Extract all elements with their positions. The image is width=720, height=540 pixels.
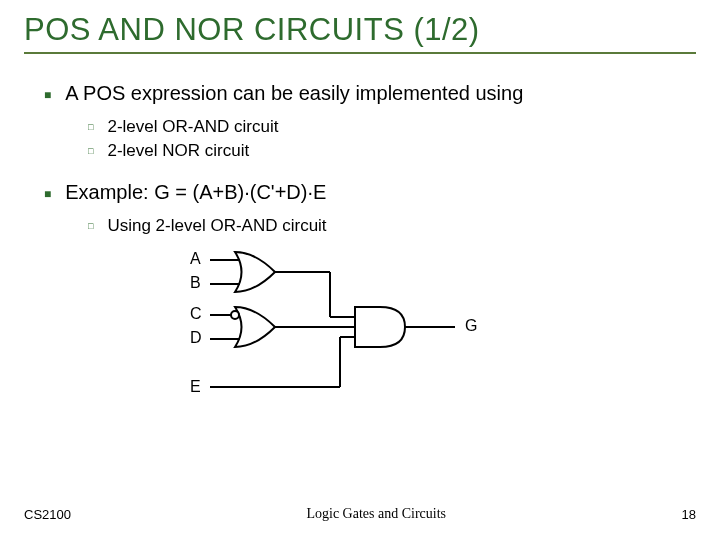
footer-lecture-title: Logic Gates and Circuits [71, 506, 682, 522]
bullet-level2: □ 2-level OR-AND circuit [88, 117, 696, 137]
bullet-square-icon: ■ [44, 187, 51, 201]
bullet-level1: ■ Example: G = (A+B)·(C'+D)·E [44, 181, 696, 204]
bullet-hollow-square-icon: □ [88, 221, 93, 231]
slide-title: POS AND NOR CIRCUITS (1/2) [24, 12, 696, 48]
footer: CS2100 Logic Gates and Circuits 18 [0, 506, 720, 522]
footer-page-number: 18 [682, 507, 696, 522]
label-b: B [190, 274, 201, 292]
bullet-level1: ■ A POS expression can be easily impleme… [44, 82, 696, 105]
bullet-level2: □ 2-level NOR circuit [88, 141, 696, 161]
bullet-level2: □ Using 2-level OR-AND circuit [88, 216, 696, 236]
title-rule [24, 52, 696, 54]
bullet-hollow-square-icon: □ [88, 146, 93, 156]
bullet-text: 2-level NOR circuit [107, 141, 249, 161]
svg-point-2 [231, 311, 239, 319]
footer-course-code: CS2100 [24, 507, 71, 522]
label-d: D [190, 329, 202, 347]
bullet-hollow-square-icon: □ [88, 122, 93, 132]
bullet-text: A POS expression can be easily implement… [65, 82, 523, 105]
circuit-diagram: A B C D E G [180, 242, 540, 422]
bullet-text: 2-level OR-AND circuit [107, 117, 278, 137]
label-c: C [190, 305, 202, 323]
bullet-square-icon: ■ [44, 88, 51, 102]
label-g: G [465, 317, 477, 335]
label-a: A [190, 250, 201, 268]
bullet-text: Example: G = (A+B)·(C'+D)·E [65, 181, 326, 204]
circuit-svg [180, 242, 540, 422]
label-e: E [190, 378, 201, 396]
bullet-text: Using 2-level OR-AND circuit [107, 216, 326, 236]
